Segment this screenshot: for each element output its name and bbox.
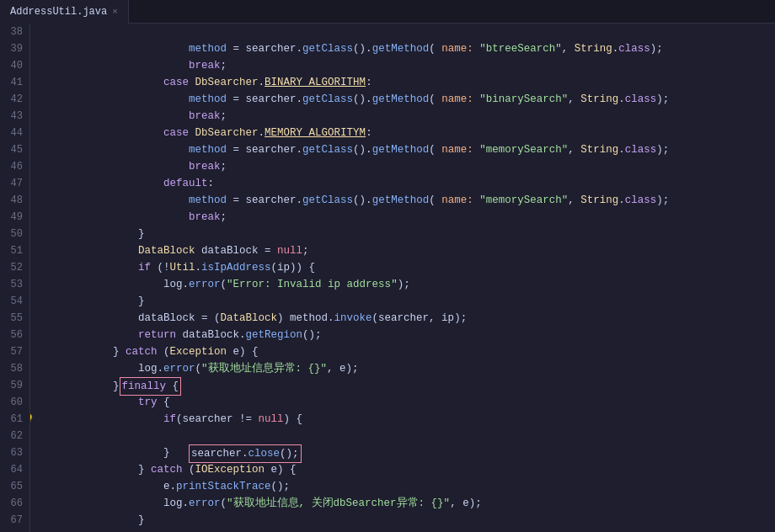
ln-47: 47 xyxy=(3,175,23,192)
ln-43: 43 xyxy=(3,108,23,125)
ln-50: 50 xyxy=(3,226,23,242)
code-line-43: case DbSearcher.MEMORY_ALGORITYM: xyxy=(37,108,775,125)
code-line-54: dataBlock = (DataBlock) method.invoke(se… xyxy=(37,293,775,310)
code-line-42: break; xyxy=(37,91,775,108)
code-line-55: return dataBlock.getRegion(); xyxy=(37,310,775,327)
code-line-48: break; xyxy=(37,192,775,209)
code-line-64: e.printStackTrace(); xyxy=(37,461,775,478)
editor-tab[interactable]: AddressUtil.java × xyxy=(0,0,129,24)
ln-67: 67 xyxy=(3,512,23,529)
code-line-38: method = searcher.getClass().getMethod( … xyxy=(37,24,775,40)
code-lines: method = searcher.getClass().getMethod( … xyxy=(30,24,775,532)
code-line-68: return ""; xyxy=(37,529,775,532)
ln-64: 64 xyxy=(3,461,23,478)
ln-56: 56 xyxy=(3,327,23,343)
ln-63: 63 xyxy=(3,444,23,461)
code-line-57: log.error("获取地址信息异常: {}", e); xyxy=(37,343,775,360)
ln-52: 52 xyxy=(3,259,23,276)
code-line-56: } catch (Exception e) { xyxy=(37,327,775,343)
code-line-41: method = searcher.getClass().getMethod( … xyxy=(37,74,775,91)
code-line-63: } catch (IOException e) { xyxy=(37,444,775,461)
code-line-61: 💡 searcher.close(); xyxy=(37,411,775,428)
code-line-45: break; xyxy=(37,141,775,158)
ln-44: 44 xyxy=(3,125,23,141)
ln-66: 66 xyxy=(3,495,23,512)
tab-bar: AddressUtil.java × xyxy=(0,0,775,24)
ln-51: 51 xyxy=(3,242,23,259)
code-line-52: log.error("Error: Invalid ip address"); xyxy=(37,259,775,276)
code-line-59: try { xyxy=(37,377,775,394)
code-line-53: } xyxy=(37,276,775,293)
code-line-50: DataBlock dataBlock = null; xyxy=(37,226,775,242)
ln-68: 68 xyxy=(3,529,23,532)
ln-57: 57 xyxy=(3,343,23,360)
code-line-65: log.error("获取地址信息, 关闭dbSearcher异常: {}", … xyxy=(37,478,775,495)
ln-39: 39 xyxy=(3,40,23,57)
code-line-49: } xyxy=(37,209,775,226)
ln-42: 42 xyxy=(3,91,23,108)
ln-38: 38 xyxy=(3,24,23,40)
ln-46: 46 xyxy=(3,158,23,175)
ln-55: 55 xyxy=(3,310,23,327)
code-line-62: } xyxy=(37,428,775,444)
code-line-44: method = searcher.getClass().getMethod( … xyxy=(37,125,775,141)
tab-close-button[interactable]: × xyxy=(112,7,118,17)
ln-61: 61 xyxy=(3,411,23,428)
ln-48: 48 xyxy=(3,192,23,209)
ln-59: 59 xyxy=(3,377,23,394)
ln-40: 40 xyxy=(3,57,23,74)
ln-41: 41 xyxy=(3,74,23,91)
code-line-46: default: xyxy=(37,158,775,175)
code-line-58: }finally { xyxy=(37,360,775,377)
code-line-66: } xyxy=(37,495,775,512)
tab-filename: AddressUtil.java xyxy=(10,6,107,18)
ln-54: 54 xyxy=(3,293,23,310)
code-line-60: if(searcher != null) { xyxy=(37,394,775,411)
ln-49: 49 xyxy=(3,209,23,226)
code-area: 38 39 40 41 42 43 44 45 46 47 48 49 50 5… xyxy=(0,24,775,532)
ln-45: 45 xyxy=(3,141,23,158)
line-numbers: 38 39 40 41 42 43 44 45 46 47 48 49 50 5… xyxy=(0,24,30,532)
code-line-39: break; xyxy=(37,40,775,57)
ln-60: 60 xyxy=(3,394,23,411)
ln-58: 58 xyxy=(3,360,23,377)
ln-65: 65 xyxy=(3,478,23,495)
ln-62: 62 xyxy=(3,428,23,444)
code-line-51: if (!Util.isIpAddress(ip)) { xyxy=(37,242,775,259)
code-line-67: } xyxy=(37,512,775,529)
ln-53: 53 xyxy=(3,276,23,293)
editor-container: AddressUtil.java × 38 39 40 41 42 43 44 … xyxy=(0,0,775,532)
code-line-47: method = searcher.getClass().getMethod( … xyxy=(37,175,775,192)
code-line-40: case DbSearcher.BINARY_ALGORITHM: xyxy=(37,57,775,74)
